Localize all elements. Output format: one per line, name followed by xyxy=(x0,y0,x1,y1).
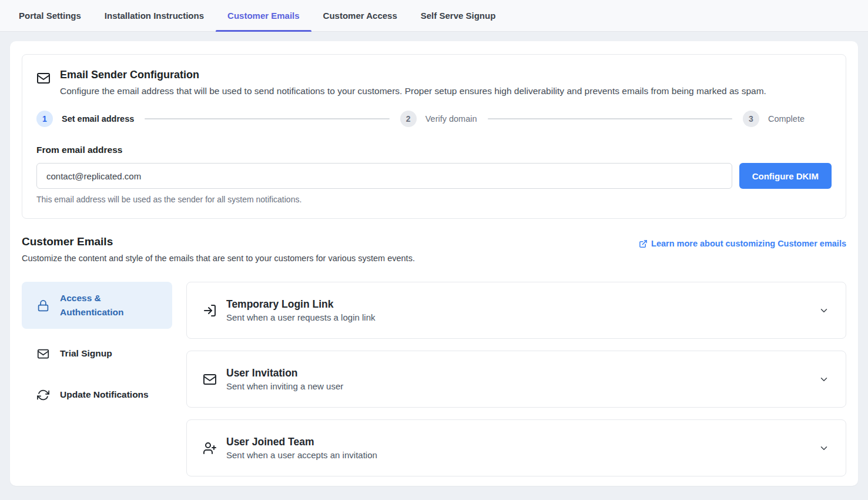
category-trial-signup[interactable]: Trial Signup xyxy=(22,337,172,370)
tab-portal-settings[interactable]: Portal Settings xyxy=(19,0,81,32)
customer-emails-section-title: Customer Emails xyxy=(22,235,113,248)
customer-emails-section-description: Customize the content and style of the e… xyxy=(22,254,846,263)
category-label: Trial Signup xyxy=(60,346,112,361)
category-update-notifications[interactable]: Update Notifications xyxy=(22,378,172,411)
step-complete: 3 Complete xyxy=(743,111,805,127)
configure-dkim-button[interactable]: Configure DKIM xyxy=(739,163,832,189)
chevron-down-icon[interactable] xyxy=(819,443,829,454)
email-card-title: User Joined Team xyxy=(226,436,819,448)
category-access-authentication[interactable]: Access & Authentication xyxy=(22,282,172,329)
stepper-connector xyxy=(488,118,732,119)
email-card-subtitle: Sent when a user accepts an invitation xyxy=(226,450,819,460)
category-label: Access & Authentication xyxy=(60,291,160,319)
tab-customer-access[interactable]: Customer Access xyxy=(323,0,397,32)
tab-installation-instructions[interactable]: Installation Instructions xyxy=(105,0,204,32)
sender-config-title: Email Sender Configuration xyxy=(60,69,766,81)
email-card-subtitle: Sent when a user requests a login link xyxy=(226,312,819,322)
learn-more-link[interactable]: Learn more about customizing Customer em… xyxy=(639,239,846,248)
step-number-badge: 1 xyxy=(36,111,53,127)
step-label: Verify domain xyxy=(425,114,477,124)
external-link-icon xyxy=(639,239,648,248)
step-set-email-address: 1 Set email address xyxy=(36,111,134,127)
email-card-user-joined-team[interactable]: User Joined Team Sent when a user accept… xyxy=(186,419,846,476)
user-plus-icon xyxy=(203,441,217,455)
chevron-down-icon[interactable] xyxy=(819,305,829,316)
refresh-icon xyxy=(37,389,49,401)
email-card-title: User Invitation xyxy=(226,367,819,379)
login-icon xyxy=(203,304,217,318)
from-email-label: From email address xyxy=(36,145,832,155)
step-label: Set email address xyxy=(62,114,134,124)
sender-config-description: Configure the email address that will be… xyxy=(60,86,766,96)
lock-icon xyxy=(37,299,49,312)
email-card-subtitle: Sent when inviting a new user xyxy=(226,381,819,391)
step-number-badge: 2 xyxy=(400,111,417,127)
email-card-title: Temporary Login Link xyxy=(226,298,819,311)
email-category-list: Access & Authentication Trial Signup Upd… xyxy=(22,282,172,476)
mail-icon xyxy=(203,372,217,386)
customer-emails-panel: Email Sender Configuration Configure the… xyxy=(10,41,858,486)
step-verify-domain: 2 Verify domain xyxy=(400,111,477,127)
from-email-input[interactable] xyxy=(36,163,732,189)
category-label: Update Notifications xyxy=(60,388,149,402)
from-email-helper-text: This email address will be used as the s… xyxy=(36,195,832,204)
mail-icon xyxy=(36,71,51,96)
email-template-list: Temporary Login Link Sent when a user re… xyxy=(186,282,846,476)
email-sender-config-card: Email Sender Configuration Configure the… xyxy=(22,54,846,219)
email-card-temporary-login-link[interactable]: Temporary Login Link Sent when a user re… xyxy=(186,282,846,339)
email-setup-stepper: 1 Set email address 2 Verify domain 3 Co… xyxy=(36,111,832,127)
mail-icon xyxy=(37,348,49,360)
step-number-badge: 3 xyxy=(743,111,759,127)
stepper-connector xyxy=(145,118,389,119)
chevron-down-icon[interactable] xyxy=(819,374,829,385)
tab-customer-emails[interactable]: Customer Emails xyxy=(227,0,300,32)
tab-self-serve-signup[interactable]: Self Serve Signup xyxy=(421,0,496,32)
step-label: Complete xyxy=(768,114,805,124)
settings-tab-bar: Portal Settings Installation Instruction… xyxy=(0,0,868,32)
email-card-user-invitation[interactable]: User Invitation Sent when inviting a new… xyxy=(186,351,846,408)
learn-more-label: Learn more about customizing Customer em… xyxy=(651,239,846,248)
